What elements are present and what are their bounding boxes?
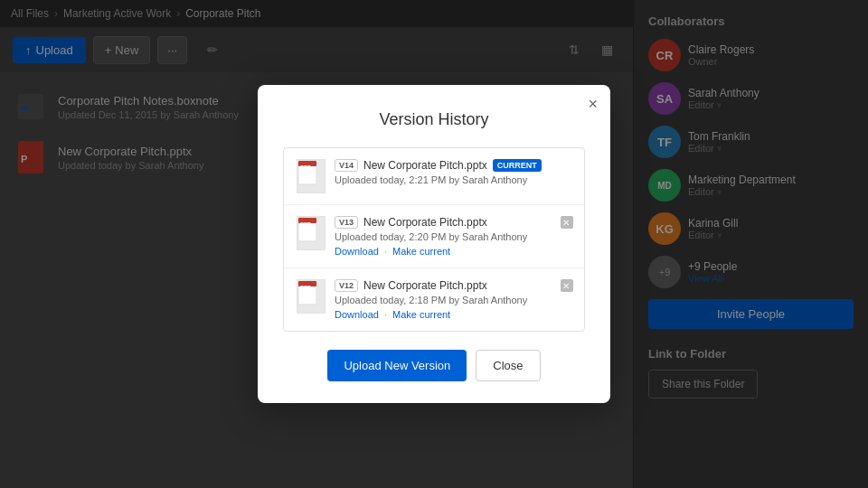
version-info-v12: V12 New Corporate Pitch.pptx Uploaded to… [335, 279, 571, 320]
modal-title: Version History [283, 110, 585, 129]
delete-version-v12[interactable]: ✕ [559, 277, 575, 294]
version-history-modal: × Version History PPT V14 Ne [258, 85, 610, 403]
version-ppt-icon-v12: PPT [297, 279, 326, 314]
version-date-v14: Uploaded today, 2:21 PM by Sarah Anthony [335, 174, 571, 185]
version-name-row-v12: V12 New Corporate Pitch.pptx [335, 279, 571, 292]
svg-text:✕: ✕ [562, 218, 570, 228]
action-sep-v13: · [384, 246, 387, 257]
svg-text:PPT: PPT [300, 285, 311, 290]
upload-new-version-button[interactable]: Upload New Version [327, 350, 467, 381]
version-num-v12: V12 [335, 279, 358, 292]
modal-close-button[interactable]: × [588, 96, 598, 112]
version-info-v14: V14 New Corporate Pitch.pptx current Upl… [335, 159, 571, 189]
version-list: PPT V14 New Corporate Pitch.pptx current… [283, 147, 585, 332]
version-info-v13: V13 New Corporate Pitch.pptx Uploaded to… [335, 216, 571, 257]
version-filename-v14: New Corporate Pitch.pptx [363, 159, 487, 172]
version-actions-v13: Download · Make current [335, 246, 571, 257]
download-link-v12[interactable]: Download [335, 309, 379, 320]
version-date-v12: Uploaded today, 2:18 PM by Sarah Anthony [335, 295, 571, 305]
make-current-link-v13[interactable]: Make current [392, 246, 450, 257]
svg-text:✕: ✕ [562, 281, 570, 291]
version-filename-v13: New Corporate Pitch.pptx [363, 216, 487, 229]
version-name-row-v14: V14 New Corporate Pitch.pptx current [335, 159, 571, 172]
version-ppt-icon-v14: PPT [297, 159, 326, 193]
version-item-v12: PPT V12 New Corporate Pitch.pptx Uploade… [284, 268, 584, 331]
action-sep-v12: · [384, 309, 387, 320]
svg-text:PPT: PPT [300, 164, 311, 170]
version-filename-v12: New Corporate Pitch.pptx [363, 279, 487, 292]
version-item-v14: PPT V14 New Corporate Pitch.pptx current… [284, 148, 584, 205]
delete-version-v13[interactable]: ✕ [559, 214, 575, 230]
download-link-v13[interactable]: Download [335, 246, 379, 257]
make-current-link-v12[interactable]: Make current [392, 309, 450, 320]
version-ppt-icon-v13: PPT [297, 216, 326, 250]
version-date-v13: Uploaded today, 2:20 PM by Sarah Anthony [335, 231, 571, 242]
current-badge: current [493, 159, 542, 172]
close-modal-button[interactable]: Close [476, 350, 540, 381]
svg-text:PPT: PPT [300, 221, 311, 227]
version-item-v13: PPT V13 New Corporate Pitch.pptx Uploade… [284, 205, 584, 268]
modal-overlay: × Version History PPT V14 Ne [0, 0, 868, 488]
version-num-v14: V14 [335, 159, 358, 172]
version-actions-v12: Download · Make current [335, 309, 571, 320]
modal-footer: Upload New Version Close [283, 350, 585, 381]
version-num-v13: V13 [335, 216, 358, 229]
version-name-row-v13: V13 New Corporate Pitch.pptx [335, 216, 571, 229]
